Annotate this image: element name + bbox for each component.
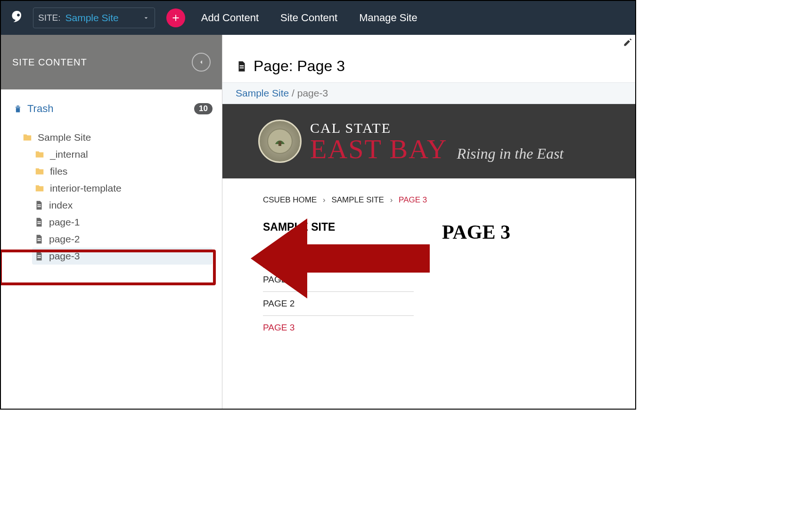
folder-icon [22, 132, 33, 143]
sidebar-header: SITE CONTENT [1, 35, 222, 89]
tree-item-label: page-2 [49, 234, 80, 245]
tree-item-files[interactable]: files [32, 163, 213, 180]
document-icon [34, 217, 44, 227]
site-selector-value: Sample Site [65, 12, 138, 24]
breadcrumb: Sample Site / page-3 [222, 82, 635, 104]
menu-manage-site[interactable]: Manage Site [353, 9, 423, 27]
document-icon [34, 251, 44, 261]
nav-item-page3[interactable]: PAGE 3 [263, 316, 414, 339]
preview-section-title: SAMPLE SITE [263, 221, 414, 234]
page-preview: CSUEB HOME › SAMPLE SITE › PAGE 3 SAMPLE… [222, 178, 635, 339]
site-banner: CAL STATE EAST BAY Rising in the East [222, 104, 635, 178]
tree-item-label: _internal [50, 149, 88, 160]
content-pane: Page: Page 3 Sample Site / page-3 CAL ST… [222, 35, 635, 409]
sidebar-title: SITE CONTENT [12, 57, 87, 68]
sidebar-collapse-button[interactable] [192, 53, 211, 72]
menu-site-content[interactable]: Site Content [275, 9, 343, 27]
trash-label: Trash [27, 103, 189, 115]
tree-item-label: page-3 [49, 250, 80, 262]
breadcrumb-root[interactable]: Sample Site [236, 88, 289, 98]
nav-item-page2[interactable]: PAGE 2 [263, 292, 414, 316]
preview-crumb-home[interactable]: CSUEB HOME [263, 195, 317, 204]
tree-item-label: files [50, 166, 67, 177]
document-icon [34, 200, 44, 210]
university-seal-icon [258, 120, 302, 163]
trash-icon [13, 103, 23, 114]
app-logo-icon [8, 8, 26, 27]
tree-item-interior-template[interactable]: interior-template [32, 180, 213, 197]
preview-side-nav: SAMPLE SITE OR TEMPLATE PAGE PAGE 2 PAGE… [263, 221, 414, 339]
sidebar-trash[interactable]: Trash 10 [10, 103, 213, 115]
menu-add-content[interactable]: Add Content [196, 9, 264, 27]
tree-root[interactable]: Sample Site [20, 129, 213, 146]
page-title: Page: Page 3 [222, 48, 635, 82]
trash-count-badge: 10 [194, 103, 213, 114]
add-button[interactable] [166, 8, 185, 27]
tree-item-page-2[interactable]: page-2 [32, 231, 213, 248]
file-tree: Sample Site _internal files interior-tem… [10, 129, 213, 265]
chevron-right-icon: › [323, 195, 326, 204]
tree-item-internal[interactable]: _internal [32, 146, 213, 163]
folder-icon [34, 183, 45, 193]
tree-item-page-3[interactable]: page-3 [32, 248, 213, 265]
banner-line2: EAST BAY [310, 136, 448, 162]
sidebar: SITE CONTENT Trash 10 Sample Site [1, 35, 222, 409]
top-bar: SITE: Sample Site Add Content Site Conte… [1, 1, 635, 35]
edit-icon[interactable] [623, 38, 632, 47]
chevron-down-icon [142, 14, 150, 22]
tree-item-page-1[interactable]: page-1 [32, 214, 213, 231]
nav-item-page1[interactable]: PAGE [263, 268, 414, 292]
banner-tagline: Rising in the East [457, 145, 564, 162]
breadcrumb-current: page-3 [297, 88, 328, 98]
tree-item-label: interior-template [50, 183, 122, 194]
folder-icon [34, 149, 45, 160]
chevron-right-icon: › [390, 195, 393, 204]
tree-item-index[interactable]: index [32, 197, 213, 214]
site-selector[interactable]: SITE: Sample Site [33, 8, 155, 28]
preview-crumb-site[interactable]: SAMPLE SITE [331, 195, 384, 204]
preview-main-heading: PAGE 3 [442, 221, 510, 243]
preview-crumb-current: PAGE 3 [399, 195, 427, 204]
tree-item-label: index [49, 200, 73, 211]
breadcrumb-sep: / [292, 88, 297, 98]
site-selector-label: SITE: [38, 13, 61, 23]
nav-item-template[interactable]: OR TEMPLATE [263, 244, 414, 268]
preview-breadcrumb: CSUEB HOME › SAMPLE SITE › PAGE 3 [263, 195, 595, 205]
svg-rect-1 [278, 141, 281, 146]
document-icon [34, 234, 44, 244]
page-title-text: Page: Page 3 [254, 57, 345, 75]
document-icon [236, 59, 248, 73]
tree-item-label: page-1 [49, 217, 80, 228]
folder-icon [34, 166, 45, 177]
tree-root-label: Sample Site [38, 132, 91, 143]
